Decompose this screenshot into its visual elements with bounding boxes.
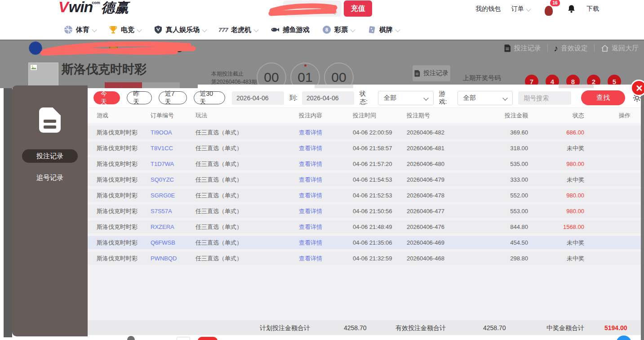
bet-amount-cell: 535.00 bbox=[474, 161, 528, 167]
status-select[interactable]: 全部 bbox=[378, 91, 434, 105]
win-total-label: 中奖金额合计 bbox=[546, 324, 584, 332]
nav-label: 彩票 bbox=[334, 26, 348, 34]
sidebar-item-bet-records[interactable]: 投注记录 bbox=[22, 149, 78, 163]
deadline-block: 本期投注截止 第20260406-483期 bbox=[211, 70, 257, 86]
svg-text:8: 8 bbox=[325, 27, 328, 32]
eye-icon[interactable] bbox=[175, 44, 184, 54]
table-row: 斯洛伐克时时彩SGRG0E任三直选（单式）查看详情04-06 21:52:532… bbox=[88, 189, 642, 202]
view-details-link[interactable]: 查看详情 bbox=[299, 129, 353, 137]
bet-time-cell: 04-06 21:50:56 bbox=[353, 208, 407, 215]
filter-yesterday-button[interactable]: 昨天 bbox=[127, 91, 151, 104]
bet-amount-cell: 298.80 bbox=[474, 255, 528, 262]
nav-item-live-casino[interactable]: 真人娱乐场 bbox=[150, 25, 210, 34]
nav-item-cards[interactable]: 棋牌 bbox=[363, 25, 404, 34]
chevron-down-icon bbox=[395, 27, 400, 32]
view-details-link[interactable]: 查看详情 bbox=[299, 239, 353, 247]
bet-amount-cell: 318.00 bbox=[474, 145, 528, 152]
nav-item-sports[interactable]: 体育 bbox=[60, 25, 100, 34]
order-id-link[interactable]: SGRG0E bbox=[151, 192, 195, 199]
nav-label: 棋牌 bbox=[379, 26, 393, 34]
download-link[interactable]: 下载 bbox=[586, 5, 599, 13]
totals-bar: 计划投注金额合计 4258.70 有效投注金额合计 4258.70 中奖金额合计… bbox=[88, 320, 642, 335]
orders-link[interactable]: 订单 bbox=[511, 5, 530, 13]
period-search-input[interactable] bbox=[518, 91, 571, 105]
back-to-lobby-link[interactable]: 返回大厅 bbox=[601, 44, 639, 53]
view-details-link[interactable]: 查看详情 bbox=[299, 207, 353, 215]
order-id-link[interactable]: TI9OOA bbox=[151, 129, 195, 136]
game-tab[interactable] bbox=[142, 82, 180, 88]
user-avatar[interactable]: 16 bbox=[541, 1, 556, 17]
order-id-link[interactable]: T8V1CC bbox=[151, 145, 195, 152]
last-draw-label: 上期开奖号码 bbox=[463, 74, 501, 82]
order-id-link[interactable]: SQ0YZC bbox=[151, 176, 195, 183]
bell-button[interactable] bbox=[567, 4, 576, 13]
table-row: 斯洛伐克时时彩Q6FWSB任三直选（单式）查看详情04-06 21:35:062… bbox=[88, 236, 642, 249]
view-details-link[interactable]: 查看详情 bbox=[299, 160, 353, 168]
header-user-area: 我的钱包 订单 16 下载 bbox=[475, 0, 599, 18]
my-wallet-link[interactable]: 我的钱包 bbox=[475, 5, 501, 13]
win-total-value: 5194.00 bbox=[604, 324, 627, 331]
countdown-progress-dot bbox=[304, 64, 306, 67]
coin-icon bbox=[109, 44, 118, 52]
player-avatar bbox=[29, 41, 42, 55]
bet-period-cell: 20260406-477 bbox=[407, 208, 474, 215]
nav-item-lottery[interactable]: 8 彩票 bbox=[318, 25, 359, 34]
pagination-current-button[interactable] bbox=[198, 337, 218, 340]
table-row: 斯洛伐克时时彩S7S57A任三直选（单式）查看详情04-06 21:50:562… bbox=[88, 205, 642, 218]
table-row: 斯洛伐克时时彩T1D7WA任三直选（单式）查看详情04-06 21:57:202… bbox=[88, 157, 642, 170]
sound-settings-link[interactable]: ♪ 音效设定 bbox=[554, 44, 588, 53]
nav-item-slots[interactable]: 777 老虎机 bbox=[215, 25, 262, 34]
nav-item-fishing[interactable]: 捕鱼游戏 bbox=[266, 25, 314, 34]
order-id-link[interactable]: Q6FWSB bbox=[151, 239, 195, 246]
pagination-page-box[interactable] bbox=[177, 337, 190, 340]
date-to-input[interactable] bbox=[302, 91, 354, 105]
planned-total-label: 计划投注金额合计 bbox=[260, 324, 310, 332]
filter-today-button[interactable]: 今天 bbox=[93, 91, 120, 104]
refresh-icon[interactable]: ↻ bbox=[159, 42, 165, 52]
bet-time-cell: 04-06 21:54:53 bbox=[353, 176, 407, 183]
order-id-link[interactable]: PWNBQD bbox=[151, 255, 195, 262]
bet-time-cell: 04-06 21:32:59 bbox=[353, 255, 407, 262]
chevron-down-icon bbox=[92, 27, 97, 32]
view-details-link[interactable]: 查看详情 bbox=[299, 144, 353, 152]
balance-chevron-down-icon[interactable] bbox=[333, 8, 337, 16]
order-id-link[interactable]: RXZERA bbox=[151, 224, 195, 230]
nav-label: 电竞 bbox=[121, 26, 134, 34]
bet-records-button[interactable]: 投注记录 bbox=[413, 65, 450, 81]
bet-records-modal: 今天 昨天 近7天 近30天 到: 状态: 全部 游戏: 全部 查找 bbox=[88, 88, 642, 340]
order-id-link[interactable]: T1D7WA bbox=[151, 161, 195, 167]
chevron-down-icon bbox=[253, 27, 258, 32]
search-button[interactable]: 查找 bbox=[581, 90, 625, 105]
play-type-cell: 任三直选（单式） bbox=[195, 144, 299, 152]
close-icon[interactable] bbox=[631, 80, 644, 96]
filter-30days-button[interactable]: 近30天 bbox=[194, 91, 226, 104]
col-header: 订单编号 bbox=[151, 112, 195, 120]
order-id-link[interactable]: S7S57A bbox=[151, 208, 195, 215]
vwin-logo[interactable]: Vwincom德赢 bbox=[58, 0, 129, 17]
play-type-cell: 任三直选（单式） bbox=[195, 160, 299, 168]
chevron-down-icon bbox=[423, 95, 428, 100]
document-icon bbox=[36, 106, 64, 134]
col-header: 投注金额 bbox=[474, 112, 528, 120]
deposit-button[interactable]: 充值 bbox=[344, 0, 372, 17]
nav-item-esports[interactable]: 电竞 bbox=[105, 25, 145, 34]
scrollbar[interactable] bbox=[641, 88, 644, 340]
to-label: 到: bbox=[289, 94, 298, 102]
view-details-link[interactable]: 查看详情 bbox=[299, 255, 353, 263]
bet-records-label: 投注记录 bbox=[514, 44, 541, 53]
date-from-input[interactable] bbox=[232, 91, 284, 105]
game-label: 游戏: bbox=[439, 90, 453, 106]
game-tab-active[interactable] bbox=[105, 82, 142, 88]
bet-time-cell: 04-06 21:35:06 bbox=[353, 239, 407, 246]
filter-7days-button[interactable]: 近7天 bbox=[159, 91, 187, 104]
bet-records-toolbar-link[interactable]: 投注记录 bbox=[504, 44, 541, 53]
chevron-down-icon bbox=[137, 27, 142, 32]
view-details-link[interactable]: 查看详情 bbox=[299, 176, 353, 184]
sidebar-item-chase-records[interactable]: 追号记录 bbox=[12, 174, 88, 182]
status-label: 状态: bbox=[360, 90, 373, 106]
view-details-link[interactable]: 查看详情 bbox=[299, 192, 353, 200]
view-details-link[interactable]: 查看详情 bbox=[299, 223, 353, 231]
play-type-cell: 任三直选（单式） bbox=[195, 207, 299, 215]
game-select[interactable]: 全部 bbox=[457, 91, 513, 105]
status-cell: 980.00 bbox=[528, 208, 584, 215]
